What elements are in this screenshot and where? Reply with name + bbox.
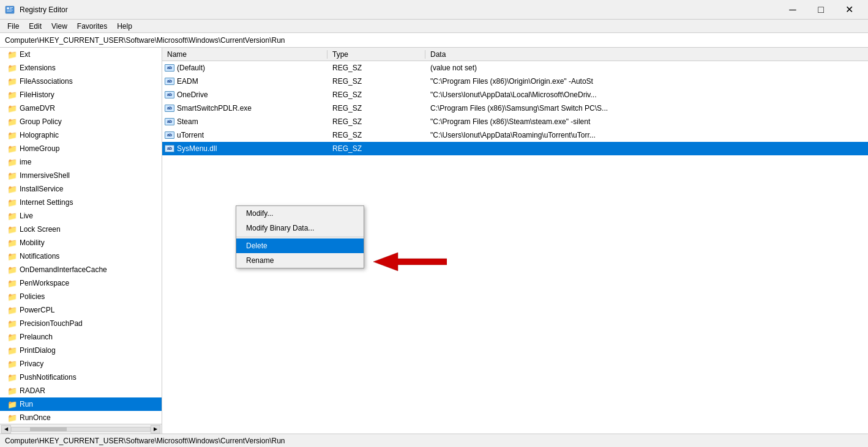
tree-item-label: PrecisionTouchPad <box>20 319 83 328</box>
tree-item-label: Ext <box>20 50 30 59</box>
folder-icon: 📁 <box>7 131 17 140</box>
maximize-button[interactable]: □ <box>807 0 835 20</box>
tree-item-extensions[interactable]: 📁Extensions <box>0 61 162 75</box>
menu-file[interactable]: File <box>2 21 24 32</box>
tree-item-policies[interactable]: 📁Policies <box>0 290 162 303</box>
folder-icon: 📁 <box>7 333 17 342</box>
context-menu-item-modify-binary-data[interactable]: Modify Binary Data... <box>236 221 364 235</box>
context-menu-item-modify[interactable]: Modify... <box>236 206 364 221</box>
close-button[interactable]: ✕ <box>835 0 863 20</box>
svg-rect-4 <box>7 10 13 10</box>
folder-icon: 📁 <box>7 225 17 234</box>
row-name-cell: abEADM <box>162 77 327 86</box>
tree-item-radar[interactable]: 📁RADAR <box>0 384 162 397</box>
title-bar: Registry Editor ─ □ ✕ <box>0 0 868 20</box>
row-type-cell: REG_SZ <box>327 91 425 99</box>
tree-item-filehistory[interactable]: 📁FileHistory <box>0 88 162 102</box>
tree-item-precisiontouchpad[interactable]: 📁PrecisionTouchPad <box>0 317 162 330</box>
reg-value-icon: ab <box>165 118 174 125</box>
reg-value-icon: ab <box>165 131 174 139</box>
table-row[interactable]: abSysMenu.dllREG_SZ <box>162 142 868 155</box>
tree-item-fileassociations[interactable]: 📁FileAssociations <box>0 75 162 88</box>
folder-icon: 📁 <box>7 319 17 328</box>
tree-item-homegroup[interactable]: 📁HomeGroup <box>0 142 162 155</box>
tree-item-label: Extensions <box>20 64 56 72</box>
tree-item-ime[interactable]: 📁ime <box>0 155 162 169</box>
tree-item-installservice[interactable]: 📁InstallService <box>0 182 162 196</box>
tree-item-ondemandinterfacecache[interactable]: 📁OnDemandInterfaceCache <box>0 263 162 276</box>
row-data-cell: "C:\Program Files (x86)\Steam\steam.exe"… <box>425 117 868 126</box>
tree-item-label: HomeGroup <box>20 144 59 153</box>
folder-icon: 📁 <box>7 400 17 409</box>
tree-item-runonce[interactable]: 📁RunOnce <box>0 411 162 424</box>
menu-help[interactable]: Help <box>112 21 137 32</box>
tree-item-penworkspace[interactable]: 📁PenWorkspace <box>0 276 162 290</box>
tree-item-label: Live <box>20 212 33 220</box>
tree-item-printdialog[interactable]: 📁PrintDialog <box>0 344 162 357</box>
folder-icon: 📁 <box>7 360 17 369</box>
tree-item-powercpl[interactable]: 📁PowerCPL <box>0 303 162 317</box>
tree-item-prelaunch[interactable]: 📁Prelaunch <box>0 330 162 344</box>
tree-item-live[interactable]: 📁Live <box>0 209 162 223</box>
tree-item-internet-settings[interactable]: 📁Internet Settings <box>0 196 162 209</box>
table-row[interactable]: ab(Default)REG_SZ(value not set) <box>162 61 868 75</box>
tree-item-label: Prelaunch <box>20 333 53 341</box>
scroll-thumb[interactable] <box>30 427 67 431</box>
scroll-right-arrow[interactable]: ▶ <box>151 425 160 434</box>
tree-item-label: PrintDialog <box>20 346 56 355</box>
menu-bar: File Edit View Favorites Help <box>0 20 868 33</box>
col-header-name: Name <box>162 50 327 59</box>
folder-icon: 📁 <box>7 158 17 167</box>
folder-icon: 📁 <box>7 144 17 153</box>
tree-item-mobility[interactable]: 📁Mobility <box>0 236 162 249</box>
col-header-type: Type <box>327 50 425 59</box>
table-row[interactable]: abuTorrentREG_SZ"C:\Users\Ionut\AppData\… <box>162 128 868 142</box>
folder-icon: 📁 <box>7 171 17 180</box>
context-menu-item-delete[interactable]: Delete <box>236 238 364 253</box>
row-name-cell: abSteam <box>162 117 327 126</box>
folder-icon: 📁 <box>7 346 17 355</box>
row-type-cell: REG_SZ <box>327 104 425 113</box>
tree-item-run[interactable]: 📁Run <box>0 397 162 411</box>
minimize-button[interactable]: ─ <box>779 0 807 20</box>
context-menu-item-rename[interactable]: Rename <box>236 253 364 268</box>
tree-item-immersiveshell[interactable]: 📁ImmersiveShell <box>0 169 162 182</box>
tree-item-notifications[interactable]: 📁Notifications <box>0 249 162 263</box>
row-type-cell: REG_SZ <box>327 64 425 72</box>
table-row[interactable]: abSmartSwitchPDLR.exeREG_SZC:\Program Fi… <box>162 102 868 115</box>
row-name-cell: abSmartSwitchPDLR.exe <box>162 104 327 113</box>
tree-item-holographic[interactable]: 📁Holographic <box>0 128 162 142</box>
menu-view[interactable]: View <box>47 21 72 32</box>
horizontal-scrollbar[interactable]: ◀ ▶ <box>0 424 162 434</box>
row-type-cell: REG_SZ <box>327 77 425 86</box>
table-row[interactable]: abSteamREG_SZ"C:\Program Files (x86)\Ste… <box>162 115 868 128</box>
folder-icon: 📁 <box>7 265 17 275</box>
table-row[interactable]: abOneDriveREG_SZ"C:\Users\Ionut\AppData\… <box>162 88 868 102</box>
tree-item-privacy[interactable]: 📁Privacy <box>0 357 162 371</box>
folder-icon: 📁 <box>7 77 17 86</box>
scroll-left-arrow[interactable]: ◀ <box>1 425 11 434</box>
tree-item-lock-screen[interactable]: 📁Lock Screen <box>0 223 162 236</box>
tree-item-label: RADAR <box>20 386 45 395</box>
tree-item-label: FileAssociations <box>20 77 73 86</box>
menu-favorites[interactable]: Favorites <box>72 21 112 32</box>
tree-item-label: Notifications <box>20 252 59 260</box>
folder-icon: 📁 <box>7 91 17 100</box>
row-type-cell: REG_SZ <box>327 144 425 153</box>
tree-item-label: ImmersiveShell <box>20 171 70 180</box>
table-row[interactable]: abEADMREG_SZ"C:\Program Files (x86)\Orig… <box>162 75 868 88</box>
tree-item-ext[interactable]: 📁Ext <box>0 48 162 61</box>
folder-icon: 📁 <box>7 185 17 194</box>
col-header-data: Data <box>425 50 868 59</box>
tree-item-pushnotifications[interactable]: 📁PushNotifications <box>0 371 162 384</box>
tree-scroll[interactable]: 📁Ext📁Extensions📁FileAssociations📁FileHis… <box>0 48 162 424</box>
scroll-track[interactable] <box>11 427 151 432</box>
folder-icon: 📁 <box>7 238 17 248</box>
tree-item-gamedvr[interactable]: 📁GameDVR <box>0 102 162 115</box>
menu-edit[interactable]: Edit <box>24 21 47 32</box>
folder-icon: 📁 <box>7 292 17 301</box>
tree-item-group-policy[interactable]: 📁Group Policy <box>0 115 162 128</box>
folder-icon: 📁 <box>7 306 17 315</box>
context-menu: Modify...Modify Binary Data...DeleteRena… <box>236 205 364 268</box>
tree-item-label: OnDemandInterfaceCache <box>20 265 107 274</box>
